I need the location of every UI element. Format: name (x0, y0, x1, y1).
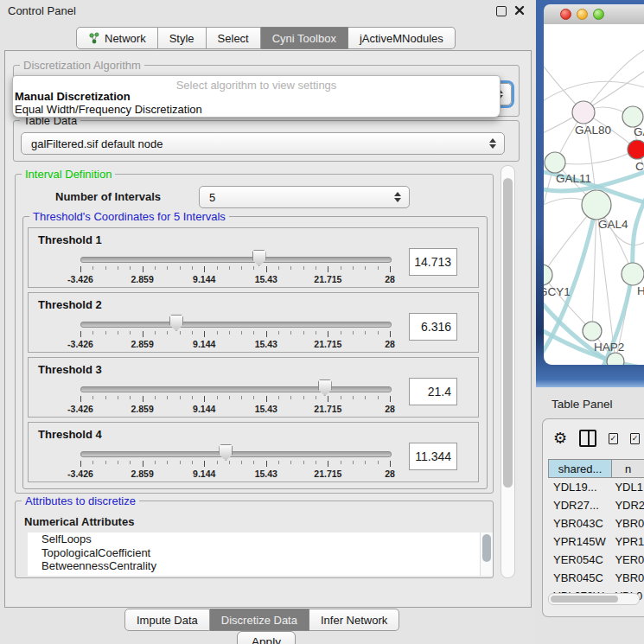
table-row[interactable]: YDL19...YDL1 (548, 478, 644, 496)
checkbox-checked-icon[interactable]: ✓ (609, 433, 618, 444)
tab-style[interactable]: Style (158, 27, 207, 49)
tick-minor (105, 396, 106, 399)
table-row[interactable]: YDR27...YDR2 (548, 496, 644, 514)
column-header-shared-[interactable]: shared... (548, 459, 612, 478)
tab-cyni-toolbox[interactable]: Cyni Toolbox (261, 27, 348, 49)
attribute-item-topologicalcoefficient[interactable]: TopologicalCoefficient (28, 546, 481, 560)
network-node-h[interactable] (622, 263, 644, 285)
tick-label: 9.144 (193, 404, 215, 414)
network-node[interactable] (607, 353, 624, 365)
table-row[interactable]: YBR045CYBR0 (548, 569, 644, 587)
table-cell[interactable]: YBR0 (611, 571, 644, 584)
control-panel-titlebar: Control Panel (0, 0, 534, 22)
slider-handle[interactable] (169, 315, 183, 331)
tick-major (328, 266, 328, 272)
table-cell[interactable]: YER054C (548, 553, 611, 566)
numerical-attributes-list[interactable]: SelfLoopsTopologicalCoefficientBetweenne… (28, 532, 481, 576)
table-cell[interactable]: YLR3 (611, 608, 644, 609)
attribute-item-selfloops[interactable]: SelfLoops (28, 532, 481, 546)
panel-vertical-scrollbar[interactable] (501, 165, 515, 578)
network-canvas[interactable]: GAL80GACGAL11GAL4GCY1HHAP2 (544, 24, 644, 365)
table-cell[interactable]: YBR0 (611, 517, 644, 530)
minimize-traffic-light-icon[interactable] (577, 9, 588, 20)
network-node-hap2[interactable] (583, 322, 602, 341)
tab-jactivemnodules[interactable]: jActiveMNodules (348, 27, 456, 49)
apply-button[interactable]: Apply (237, 631, 296, 644)
table-cell[interactable]: YER0 (611, 553, 644, 566)
slider-track[interactable] (80, 386, 392, 392)
network-view-window[interactable]: GAL80GACGAL11GAL4GCY1HHAP2 (536, 0, 644, 387)
column-header-n[interactable]: n (612, 459, 644, 478)
table-data-combobox[interactable]: galFiltered.sif default node (21, 132, 505, 155)
threshold-value-field[interactable]: 11.344 (409, 443, 457, 470)
close-icon[interactable] (514, 5, 525, 16)
scrollbar-thumb[interactable] (503, 178, 513, 488)
tick-major (266, 461, 267, 467)
network-node-gal11[interactable] (545, 152, 565, 173)
table-cell[interactable]: YBR045C (548, 571, 611, 584)
slider-track[interactable] (80, 257, 392, 263)
gear-icon[interactable]: ⚙ (553, 430, 567, 446)
slider-ticks: -3.4262.8599.14415.4321.71528 (80, 461, 390, 481)
network-node-c[interactable] (628, 140, 644, 159)
tab-label: Select (218, 32, 249, 45)
tick-minor (192, 461, 193, 464)
threshold-value-field[interactable]: 21.4 (409, 378, 457, 405)
attribute-item-betweennesscentrality[interactable]: BetweennessCentrality (28, 559, 481, 573)
scrollbar-thumb[interactable] (482, 534, 491, 562)
threshold-value-field[interactable]: 6.316 (409, 313, 457, 341)
slider-handle[interactable] (219, 444, 233, 461)
threshold-label: Threshold 1 (38, 233, 102, 246)
tick-major (80, 396, 81, 402)
network-node-gal80[interactable] (572, 101, 595, 124)
attributes-scrollbar[interactable] (480, 532, 493, 576)
table-cell[interactable]: YBR043C (548, 517, 611, 530)
num-intervals-combobox[interactable]: 5 (199, 186, 410, 208)
tab-select[interactable]: Select (207, 27, 261, 49)
close-traffic-light-icon[interactable] (560, 9, 571, 20)
tab-network[interactable]: Network (76, 27, 158, 49)
tick-label: 2.859 (131, 404, 153, 414)
tab-label: Discretize Data (221, 614, 297, 627)
tab-impute-data[interactable]: Impute Data (124, 609, 210, 631)
slider-track[interactable] (80, 322, 392, 328)
table-cell[interactable]: YDL19... (548, 481, 611, 494)
tick-minor (105, 266, 106, 270)
network-node-gcy1[interactable] (544, 265, 552, 285)
table-row[interactable]: YPR145WYPR1 (548, 532, 644, 551)
checkbox-checked-icon[interactable]: ✓ (630, 433, 640, 444)
table-cell[interactable]: YDR27... (548, 499, 611, 512)
tick-minor (253, 266, 254, 270)
threshold-value-field[interactable]: 14.713 (409, 248, 457, 276)
tab-infer-network[interactable]: Infer Network (309, 609, 399, 631)
columns-icon[interactable] (579, 430, 596, 447)
tab-discretize-data[interactable]: Discretize Data (210, 609, 309, 631)
slider-track[interactable] (80, 451, 392, 457)
tab-label: Style (169, 32, 194, 45)
tick-minor (303, 396, 304, 399)
table-cell[interactable]: YPR145W (548, 535, 611, 548)
table-cell[interactable]: YLR345W (548, 608, 611, 609)
network-node-gal4[interactable] (582, 190, 611, 220)
table-horizontal-scrollbar[interactable] (548, 593, 640, 605)
popup-option-manual-discretization[interactable]: Manual Discretization (15, 90, 131, 103)
table-row[interactable]: YER054CYER0 (548, 551, 644, 569)
float-window-icon[interactable] (496, 6, 507, 16)
table-row[interactable]: YLR345WYLR3 (548, 605, 644, 609)
table-cell[interactable]: YPR1 (611, 535, 644, 548)
popup-option-equal-width-frequency-discretization[interactable]: Equal Width/Frequency Discretization (15, 103, 202, 116)
thresholds-container: Threshold 1-3.4262.8599.14415.4321.71528… (23, 227, 479, 487)
cyni-toolbox-panel: Discretization Algorithm Table Data galF… (4, 50, 532, 608)
slider-handle[interactable] (318, 379, 332, 396)
combo-spinner-icon (485, 138, 501, 149)
network-window-titlebar[interactable] (544, 4, 644, 25)
network-node-ga[interactable] (622, 106, 643, 127)
tick-minor (290, 461, 291, 464)
table-row[interactable]: YBR043CYBR0 (548, 514, 644, 532)
table-cell[interactable]: YDL1 (611, 481, 644, 494)
zoom-traffic-light-icon[interactable] (593, 9, 604, 20)
threshold-panel-threshold-3: Threshold 3-3.4262.8599.14415.4321.71528… (28, 357, 479, 418)
slider-handle[interactable] (252, 250, 266, 266)
table-cell[interactable]: YDR2 (611, 499, 644, 512)
scrollbar-thumb[interactable] (551, 596, 618, 603)
